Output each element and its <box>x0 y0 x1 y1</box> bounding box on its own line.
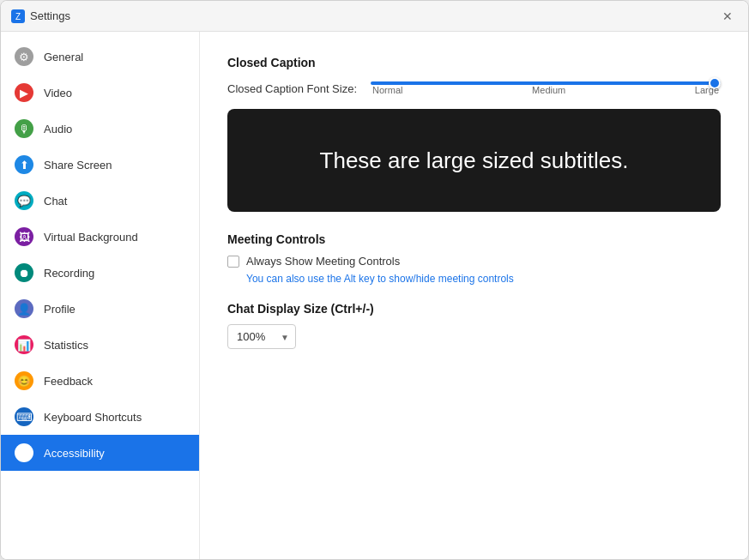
sidebar-label-feedback: Feedback <box>44 375 93 388</box>
sidebar-item-statistics[interactable]: 📊Statistics <box>1 327 199 363</box>
general-icon: ⚙ <box>15 47 33 66</box>
sidebar-label-chat: Chat <box>44 195 67 208</box>
close-button[interactable]: ✕ <box>717 6 738 27</box>
always-show-controls-row: Always Show Meeting Controls <box>227 255 721 268</box>
slider-label-medium: Medium <box>532 85 565 95</box>
sidebar-label-vbg: Virtual Background <box>44 231 138 244</box>
window-title: Settings <box>30 9 70 22</box>
font-size-slider-container: Normal Medium Large <box>371 81 721 95</box>
chat-display-size-select[interactable]: 75% 100% 125% 150% 175% 200% <box>227 324 296 349</box>
sidebar-item-video[interactable]: ▶Video <box>1 75 199 111</box>
statistics-icon: 📊 <box>15 335 33 354</box>
svg-text:Z: Z <box>15 12 21 21</box>
sidebar-item-feedback[interactable]: 😊Feedback <box>1 363 199 399</box>
chat-display-size-wrapper: 75% 100% 125% 150% 175% 200% ▼ <box>227 324 296 349</box>
sidebar-label-audio: Audio <box>44 123 72 135</box>
recording-icon: ⏺ <box>15 263 33 282</box>
sidebar-label-statistics: Statistics <box>44 339 88 352</box>
chat-icon: 💬 <box>15 191 33 210</box>
sidebar-item-profile[interactable]: 👤Profile <box>1 291 199 327</box>
subtitle-preview-box: These are large sized subtitles. <box>227 109 721 212</box>
sharescreen-icon: ⬆ <box>15 155 33 174</box>
slider-labels: Normal Medium Large <box>371 85 721 95</box>
sidebar-item-sharescreen[interactable]: ⬆Share Screen <box>1 147 199 183</box>
content-area: ⚙General▶Video🎙Audio⬆Share Screen💬Chat🖼V… <box>1 32 748 559</box>
app-icon: Z <box>11 9 25 23</box>
titlebar-left: Z Settings <box>11 9 70 23</box>
accessibility-icon: ♿ <box>15 443 33 462</box>
sidebar-item-audio[interactable]: 🎙Audio <box>1 111 199 147</box>
settings-window: Z Settings ✕ ⚙General▶Video🎙Audio⬆Share … <box>0 0 749 560</box>
sidebar-item-chat[interactable]: 💬Chat <box>1 183 199 219</box>
video-icon: ▶ <box>15 83 33 102</box>
main-panel: Closed Caption Closed Caption Font Size:… <box>200 32 748 559</box>
closed-caption-title: Closed Caption <box>227 56 721 69</box>
subtitle-preview-text: These are large sized subtitles. <box>320 148 629 174</box>
meeting-controls-hint: You can also use the Alt key to show/hid… <box>246 273 721 285</box>
meeting-controls-title: Meeting Controls <box>227 232 721 246</box>
vbg-icon: 🖼 <box>15 227 33 246</box>
sidebar-item-keyboard[interactable]: ⌨Keyboard Shortcuts <box>1 399 199 435</box>
profile-icon: 👤 <box>15 299 33 318</box>
sidebar-item-vbg[interactable]: 🖼Virtual Background <box>1 219 199 255</box>
sidebar: ⚙General▶Video🎙Audio⬆Share Screen💬Chat🖼V… <box>1 32 200 559</box>
titlebar: Z Settings ✕ <box>1 1 748 32</box>
sidebar-label-accessibility: Accessibility <box>44 447 105 460</box>
audio-icon: 🎙 <box>15 119 33 138</box>
feedback-icon: 😊 <box>15 371 33 390</box>
sidebar-label-recording: Recording <box>44 267 94 280</box>
sidebar-item-recording[interactable]: ⏺Recording <box>1 255 199 291</box>
sidebar-label-general: General <box>44 51 83 63</box>
keyboard-icon: ⌨ <box>15 407 33 426</box>
sidebar-label-video: Video <box>44 87 72 99</box>
always-show-controls-label: Always Show Meeting Controls <box>246 255 400 268</box>
sidebar-label-keyboard: Keyboard Shortcuts <box>44 411 142 424</box>
sidebar-item-accessibility[interactable]: ♿Accessibility <box>1 435 199 471</box>
sidebar-item-general[interactable]: ⚙General <box>1 39 199 75</box>
font-size-label: Closed Caption Font Size: <box>227 82 357 95</box>
sidebar-label-sharescreen: Share Screen <box>44 159 112 172</box>
slider-label-large: Large <box>695 85 719 95</box>
font-size-row: Closed Caption Font Size: Normal Medium … <box>227 81 721 95</box>
chat-display-size-title: Chat Display Size (Ctrl+/-) <box>227 302 721 316</box>
slider-label-normal: Normal <box>372 85 402 95</box>
always-show-controls-checkbox[interactable] <box>227 256 239 268</box>
sidebar-label-profile: Profile <box>44 303 76 316</box>
